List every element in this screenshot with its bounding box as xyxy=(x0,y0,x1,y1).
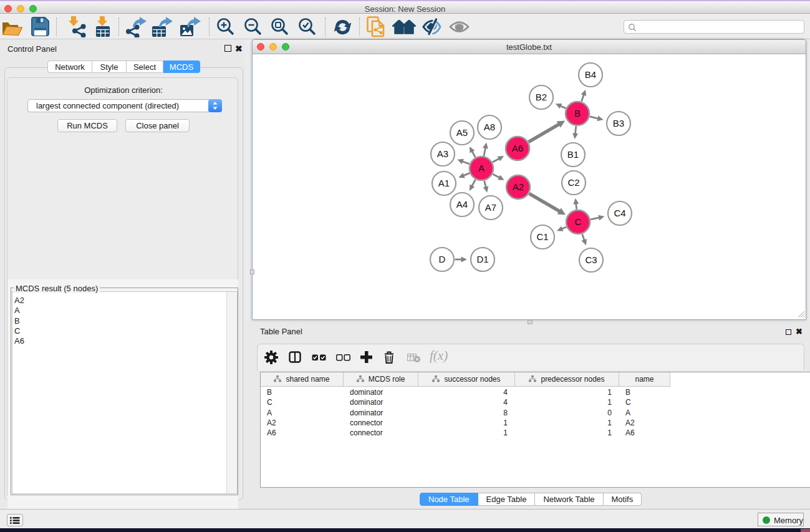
svg-text:A2: A2 xyxy=(513,181,524,192)
svg-text:D: D xyxy=(439,254,446,264)
svg-text:B4: B4 xyxy=(585,69,596,80)
svg-text:B3: B3 xyxy=(613,118,624,128)
svg-text:A1: A1 xyxy=(438,178,450,188)
svg-text:B2: B2 xyxy=(536,92,547,102)
svg-text:C4: C4 xyxy=(614,208,625,218)
svg-text:A8: A8 xyxy=(484,122,495,132)
svg-text:A6: A6 xyxy=(512,143,523,153)
svg-text:B: B xyxy=(574,108,581,118)
svg-text:A: A xyxy=(478,163,485,173)
svg-text:C3: C3 xyxy=(585,254,597,265)
svg-text:A5: A5 xyxy=(456,127,468,138)
svg-text:C: C xyxy=(575,216,582,227)
svg-text:D1: D1 xyxy=(476,254,488,264)
svg-text:C2: C2 xyxy=(567,177,579,188)
svg-text:A4: A4 xyxy=(456,199,468,210)
svg-text:A3: A3 xyxy=(437,148,448,159)
svg-text:A7: A7 xyxy=(485,202,496,213)
svg-text:B1: B1 xyxy=(567,149,579,160)
svg-text:C1: C1 xyxy=(536,231,548,242)
